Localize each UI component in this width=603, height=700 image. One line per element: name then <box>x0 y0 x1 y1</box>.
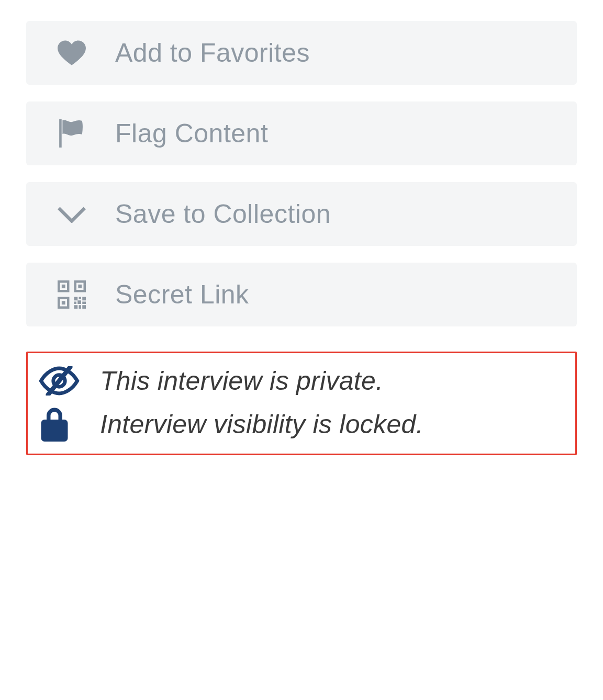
qrcode-icon <box>58 280 94 309</box>
svg-rect-4 <box>74 297 78 301</box>
flag-icon <box>58 119 94 148</box>
locked-status-text: Interview visibility is locked. <box>100 409 423 439</box>
collection-label: Save to Collection <box>115 199 331 229</box>
visibility-status-box: This interview is private. Interview vis… <box>26 352 577 455</box>
locked-status-row: Interview visibility is locked. <box>38 405 565 443</box>
svg-rect-9 <box>82 302 86 304</box>
svg-rect-5 <box>79 297 82 300</box>
private-status-text: This interview is private. <box>100 366 383 396</box>
eye-slash-icon <box>38 366 85 396</box>
chevron-down-icon <box>58 205 94 223</box>
secret-link-button[interactable]: Secret Link <box>26 263 577 326</box>
favorites-label: Add to Favorites <box>115 38 310 68</box>
save-to-collection-button[interactable]: Save to Collection <box>26 182 577 246</box>
add-to-favorites-button[interactable]: Add to Favorites <box>26 21 577 85</box>
svg-rect-0 <box>59 119 62 148</box>
svg-rect-11 <box>79 305 82 309</box>
heart-icon <box>58 40 94 65</box>
lock-icon <box>38 405 85 443</box>
svg-rect-12 <box>82 305 86 309</box>
flag-label: Flag Content <box>115 118 268 149</box>
svg-rect-6 <box>82 297 86 301</box>
flag-content-button[interactable]: Flag Content <box>26 101 577 165</box>
secret-link-label: Secret Link <box>115 279 249 310</box>
svg-rect-2 <box>78 285 82 288</box>
svg-rect-7 <box>74 302 77 304</box>
svg-rect-3 <box>62 301 65 304</box>
svg-rect-8 <box>77 300 81 304</box>
svg-rect-10 <box>74 305 78 309</box>
svg-rect-1 <box>62 285 65 288</box>
svg-rect-15 <box>41 420 68 442</box>
private-status-row: This interview is private. <box>38 366 565 396</box>
